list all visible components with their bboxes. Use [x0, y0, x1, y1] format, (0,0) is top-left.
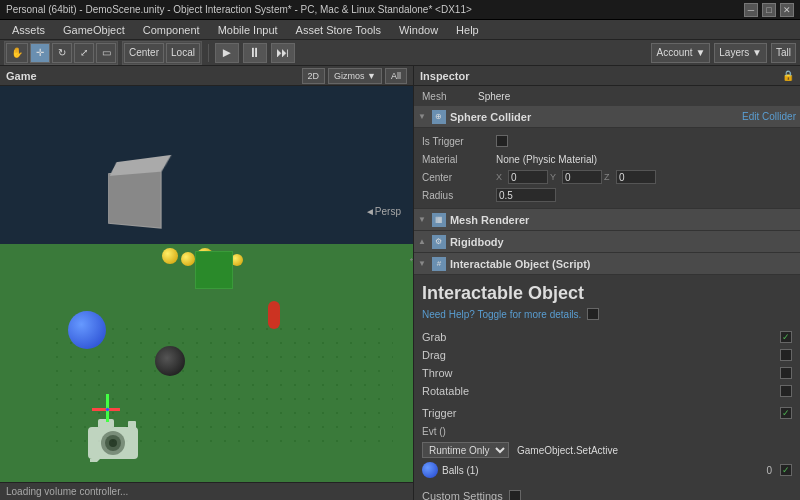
- dark-sphere: [155, 346, 185, 376]
- grab-row: Grab: [422, 328, 792, 346]
- pause-btn[interactable]: ⏸: [243, 43, 267, 63]
- balls-icon: [422, 462, 438, 478]
- trigger-row: Trigger: [422, 404, 792, 422]
- mesh-renderer-icon: ▦: [432, 213, 446, 227]
- mesh-renderer-header[interactable]: ▼ ▦ Mesh Renderer: [414, 209, 800, 231]
- svg-point-3: [109, 439, 117, 447]
- viewport[interactable]: ◄Persp: [0, 86, 413, 482]
- drag-checkbox[interactable]: [780, 349, 792, 361]
- mesh-renderer-fold: ▼: [418, 215, 426, 224]
- radius-input[interactable]: [496, 188, 556, 202]
- menu-help[interactable]: Help: [448, 22, 487, 38]
- event-func: GameObject.SetActive: [517, 445, 618, 456]
- sphere-collider-body: Is Trigger Material None (Physic Materia…: [414, 128, 800, 209]
- hand-tool[interactable]: ✋: [6, 43, 28, 63]
- status-text: Loading volume controller...: [6, 486, 128, 497]
- custom-checkbox[interactable]: [509, 490, 521, 500]
- resize-handle[interactable]: ↔: [407, 251, 413, 267]
- title-controls: ─ □ ✕: [744, 3, 794, 17]
- throw-label: Throw: [422, 367, 780, 379]
- trigger-label: Trigger: [422, 407, 780, 419]
- rigidbody-fold: ▲: [418, 237, 426, 246]
- toolbar: ✋ ✛ ↻ ⤢ ▭ Center Local ► ⏸ ⏭ Account ▼ L…: [0, 40, 800, 66]
- layout-btn[interactable]: Tall: [771, 43, 796, 63]
- sphere-collider-header[interactable]: ▼ ⊕ Sphere Collider Edit Collider: [414, 106, 800, 128]
- game-panel-header: Game 2D Gizmos ▼ All: [0, 66, 413, 86]
- svg-marker-6: [90, 459, 100, 462]
- menu-bar: Assets GameObject Component Mobile Input…: [0, 20, 800, 40]
- play-btn[interactable]: ►: [215, 43, 239, 63]
- is-trigger-row: Is Trigger: [422, 132, 792, 150]
- rotatable-checkbox[interactable]: [780, 385, 792, 397]
- interactable-icon: #: [432, 257, 446, 271]
- rect-tool[interactable]: ▭: [96, 43, 116, 63]
- interactable-script-header[interactable]: ▼ # Interactable Object (Script): [414, 253, 800, 275]
- throw-checkbox[interactable]: [780, 367, 792, 379]
- inspector-title: Inspector: [420, 70, 470, 82]
- minimize-btn[interactable]: ─: [744, 3, 758, 17]
- interactable-fold: ▼: [418, 259, 426, 268]
- rigidbody-header[interactable]: ▲ ⚙ Rigidbody: [414, 231, 800, 253]
- center-z[interactable]: [616, 170, 656, 184]
- center-row: Center X Y Z: [422, 168, 792, 186]
- grab-checkbox[interactable]: [780, 331, 792, 343]
- layers-btn[interactable]: Layers ▼: [714, 43, 767, 63]
- edit-collider-btn[interactable]: Edit Collider: [742, 111, 796, 122]
- radius-row: Radius: [422, 186, 792, 204]
- center-btn[interactable]: Center: [124, 43, 164, 63]
- collider-name: Sphere Collider: [450, 111, 531, 123]
- collider-fold-arrow: ▼: [418, 112, 426, 121]
- custom-settings-row: Custom Settings: [422, 486, 792, 500]
- camera-icon: [80, 407, 150, 462]
- menu-asset-store[interactable]: Asset Store Tools: [288, 22, 389, 38]
- local-btn[interactable]: Local: [166, 43, 200, 63]
- mesh-value: Sphere: [478, 91, 510, 102]
- menu-window[interactable]: Window: [391, 22, 446, 38]
- drag-label: Drag: [422, 349, 780, 361]
- runtime-dropdown[interactable]: Runtime Only: [422, 442, 509, 458]
- interactable-script-name: Interactable Object (Script): [450, 258, 591, 270]
- rigidbody-name: Rigidbody: [450, 236, 504, 248]
- close-btn[interactable]: ✕: [780, 3, 794, 17]
- menu-component[interactable]: Component: [135, 22, 208, 38]
- gizmos-btn[interactable]: Gizmos ▼: [328, 68, 382, 84]
- all-btn[interactable]: All: [385, 68, 407, 84]
- maximize-btn[interactable]: □: [762, 3, 776, 17]
- menu-mobile-input[interactable]: Mobile Input: [210, 22, 286, 38]
- is-trigger-label: Is Trigger: [422, 136, 492, 147]
- help-checkbox[interactable]: [587, 308, 599, 320]
- rotatable-label: Rotatable: [422, 385, 780, 397]
- drag-row: Drag: [422, 346, 792, 364]
- 2d-btn[interactable]: 2D: [302, 68, 326, 84]
- menu-assets[interactable]: Assets: [4, 22, 53, 38]
- menu-gameobject[interactable]: GameObject: [55, 22, 133, 38]
- main-content: Game 2D Gizmos ▼ All: [0, 66, 800, 500]
- trigger-checkbox[interactable]: [780, 407, 792, 419]
- account-btn[interactable]: Account ▼: [651, 43, 710, 63]
- rotate-tool[interactable]: ↻: [52, 43, 72, 63]
- scale-tool[interactable]: ⤢: [74, 43, 94, 63]
- center-label: Center: [422, 172, 492, 183]
- pivot-group: Center Local: [122, 41, 202, 65]
- yellow-sphere-2: [181, 252, 195, 266]
- inspector-panel: Inspector 🔒 Mesh Sphere ▼ ⊕ Sphere Colli…: [413, 66, 800, 500]
- balls-checkbox[interactable]: [780, 464, 792, 476]
- material-label: Material: [422, 154, 492, 165]
- step-btn[interactable]: ⏭: [271, 43, 295, 63]
- grab-label: Grab: [422, 331, 780, 343]
- move-tool[interactable]: ✛: [30, 43, 50, 63]
- custom-settings-section: Custom Settings: [414, 482, 800, 500]
- separator-1: [208, 44, 209, 62]
- yellow-sphere-1: [162, 248, 178, 264]
- center-x[interactable]: [508, 170, 548, 184]
- green-cube: [195, 251, 233, 289]
- evt-label: Evt (): [422, 426, 446, 437]
- svg-rect-5: [128, 421, 136, 429]
- lock-icon[interactable]: 🔒: [782, 70, 794, 81]
- center-y[interactable]: [562, 170, 602, 184]
- inspector-content[interactable]: Mesh Sphere ▼ ⊕ Sphere Collider Edit Col…: [414, 86, 800, 500]
- is-trigger-checkbox[interactable]: [496, 135, 508, 147]
- interaction-fields: Grab Drag Throw Rotatable: [414, 326, 800, 402]
- center-xyz: X Y Z: [496, 170, 656, 184]
- evt-header: Evt (): [422, 422, 792, 440]
